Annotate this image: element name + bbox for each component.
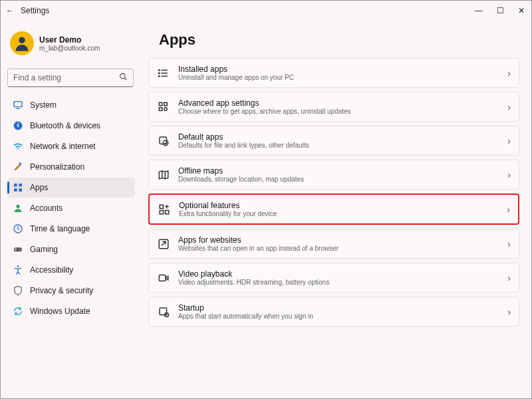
startup-icon (157, 305, 170, 319)
svg-rect-3 (14, 102, 22, 107)
card-optional-features[interactable]: Optional featuresExtra functionality for… (148, 194, 519, 225)
video-icon (157, 271, 170, 285)
sidebar: User Demo m_lab@outlook.com Find a setti… (1, 21, 139, 399)
maximize-button[interactable]: ☐ (495, 6, 505, 15)
chevron-right-icon: › (507, 136, 511, 146)
card-subtitle: Uninstall and manage apps on your PC (178, 74, 294, 81)
nav-gaming[interactable]: Gaming (7, 239, 135, 259)
svg-rect-34 (160, 308, 167, 315)
brush-icon (13, 162, 23, 172)
svg-rect-30 (166, 210, 169, 213)
back-button[interactable]: ← (6, 6, 14, 15)
chevron-right-icon: › (507, 239, 511, 249)
nav-label: Time & language (30, 224, 90, 233)
nav-windows-update[interactable]: Windows Update (7, 301, 135, 321)
settings-window: ← Settings — ☐ ✕ User Demo m_lab@outlook… (0, 0, 532, 399)
chevron-right-icon: › (507, 102, 511, 112)
monitor-icon (13, 100, 23, 110)
map-icon (157, 168, 170, 182)
svg-point-28 (163, 140, 168, 146)
nav-network[interactable]: Network & internet (7, 136, 135, 156)
svg-point-15 (20, 250, 21, 251)
nav-label: Apps (30, 183, 48, 192)
svg-point-16 (17, 265, 19, 267)
card-video-playback[interactable]: Video playbackVideo adjustments, HDR str… (148, 263, 519, 293)
bluetooth-icon (13, 120, 23, 131)
card-subtitle: Defaults for file and link types, other … (178, 142, 309, 149)
svg-rect-31 (160, 210, 163, 213)
apps-icon (13, 182, 23, 193)
chevron-right-icon: › (507, 307, 511, 317)
svg-line-2 (124, 78, 126, 80)
card-offline-maps[interactable]: Offline mapsDownloads, storage location,… (148, 160, 519, 190)
card-title: Installed apps (178, 65, 294, 74)
search-input[interactable]: Find a setting (7, 68, 134, 87)
card-startup[interactable]: StartupApps that start automatically whe… (148, 297, 519, 327)
profile-email: m_lab@outlook.com (39, 45, 100, 52)
default-apps-icon (157, 134, 170, 148)
svg-point-20 (159, 69, 160, 70)
svg-point-1 (120, 74, 126, 79)
nav-label: Gaming (30, 245, 58, 254)
profile-name: User Demo (39, 35, 100, 45)
main-panel: Apps Installed appsUninstall and manage … (139, 21, 531, 399)
card-apps-for-websites[interactable]: Apps for websitesWebsites that can open … (148, 229, 519, 259)
card-title: Video playback (178, 269, 329, 279)
card-advanced-app-settings[interactable]: Advanced app settingsChoose where to get… (148, 92, 519, 122)
svg-point-11 (16, 205, 19, 208)
card-installed-apps[interactable]: Installed appsUninstall and manage apps … (148, 58, 519, 88)
card-subtitle: Websites that can open in an app instead… (178, 245, 338, 252)
nav-apps[interactable]: Apps (7, 178, 135, 198)
nav-bluetooth[interactable]: Bluetooth & devices (7, 116, 135, 136)
nav-label: Personalization (30, 162, 84, 172)
accessibility-icon (13, 265, 23, 275)
svg-rect-8 (19, 184, 22, 187)
wifi-icon (13, 141, 23, 152)
nav-accessibility[interactable]: Accessibility (7, 260, 135, 280)
features-icon (158, 203, 171, 216)
svg-rect-10 (19, 188, 22, 192)
nav-personalization[interactable]: Personalization (7, 157, 135, 177)
list-icon (157, 66, 170, 80)
shield-icon (13, 285, 23, 296)
svg-rect-7 (14, 184, 17, 187)
search-placeholder: Find a setting (13, 73, 61, 82)
search-icon (119, 72, 128, 83)
card-title: Offline maps (178, 166, 304, 176)
svg-point-26 (164, 107, 168, 110)
close-button[interactable]: ✕ (517, 6, 526, 15)
card-subtitle: Downloads, storage location, map updates (178, 176, 304, 183)
chevron-right-icon: › (507, 68, 511, 78)
nav-label: Accounts (30, 203, 63, 213)
card-subtitle: Extra functionality for your device (179, 210, 277, 217)
card-default-apps[interactable]: Default appsDefaults for file and link t… (148, 126, 519, 156)
card-subtitle: Video adjustments, HDR streaming, batter… (178, 279, 329, 286)
card-title: Startup (178, 303, 313, 313)
svg-rect-33 (159, 275, 166, 281)
minimize-button[interactable]: — (474, 6, 483, 15)
nav-label: Network & internet (30, 142, 96, 151)
settings-cards: Installed appsUninstall and manage apps … (148, 58, 519, 327)
update-icon (13, 306, 23, 317)
nav-time-language[interactable]: Time & language (7, 219, 135, 239)
nav-system[interactable]: System (7, 95, 135, 115)
svg-rect-9 (14, 188, 17, 192)
app-gear-icon (157, 100, 170, 114)
window-title: Settings (21, 6, 49, 15)
nav: System Bluetooth & devices Network & int… (7, 95, 135, 321)
app-link-icon (157, 237, 170, 251)
card-title: Apps for websites (178, 235, 338, 245)
chevron-right-icon: › (507, 170, 511, 180)
svg-rect-24 (164, 102, 168, 106)
gaming-icon (13, 244, 23, 255)
svg-rect-23 (159, 102, 162, 106)
nav-label: Windows Update (30, 307, 90, 316)
page-title: Apps (159, 31, 519, 49)
profile-block[interactable]: User Demo m_lab@outlook.com (7, 25, 135, 65)
nav-privacy[interactable]: Privacy & security (7, 281, 135, 301)
nav-accounts[interactable]: Accounts (7, 198, 135, 218)
chevron-right-icon: › (507, 273, 511, 283)
nav-label: Bluetooth & devices (30, 121, 100, 130)
card-title: Optional features (179, 201, 277, 210)
card-title: Advanced app settings (178, 98, 351, 108)
